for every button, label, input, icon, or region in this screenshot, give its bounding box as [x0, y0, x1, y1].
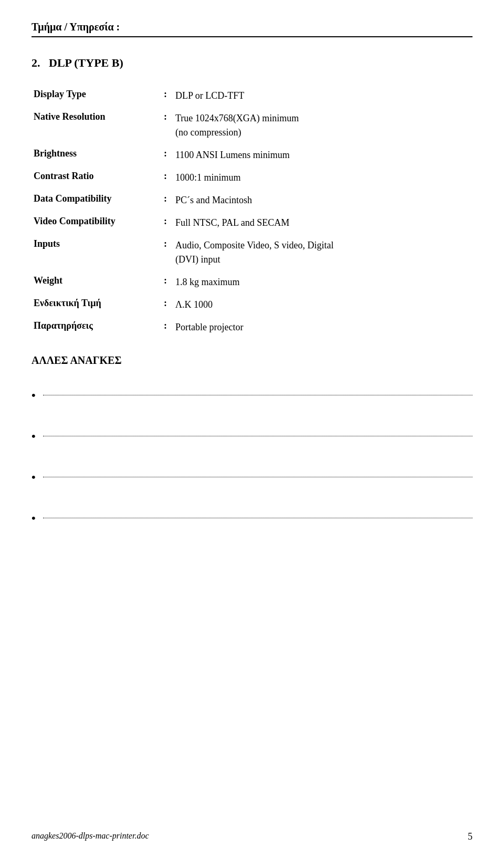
- page-container: Τμήμα / Υπηρεσία : 2. DLP (TYPE B) Displ…: [0, 0, 504, 858]
- bullet-dots-line-3: [43, 518, 472, 518]
- spec-value-1: True 1024x768(XGA) minimum(no compressio…: [173, 107, 472, 144]
- header-label: Τμήμα / Υπηρεσία :: [32, 21, 120, 33]
- bullet-line-0: •: [32, 388, 472, 402]
- spec-row-1: Native Resolution:True 1024x768(XGA) min…: [32, 107, 472, 144]
- spec-colon-2: :: [158, 144, 173, 166]
- spec-table: Display Type:DLP or LCD-TFTNative Resolu…: [32, 85, 472, 339]
- spec-label-7: Weight: [32, 271, 158, 294]
- spec-value-8: Λ.Κ 1000: [173, 294, 472, 316]
- spec-row-3: Contrast Ratio:1000:1 minimum: [32, 166, 472, 189]
- spec-value-6: Audio, Composite Video, S video, Digital…: [173, 234, 472, 271]
- bullet-lines: ••••: [32, 388, 472, 525]
- bullet-dots-line-1: [43, 436, 472, 436]
- spec-label-4: Data Compatibility: [32, 189, 158, 212]
- spec-value-0: DLP or LCD-TFT: [173, 85, 472, 107]
- spec-value-9: Portable projector: [173, 316, 472, 339]
- spec-row-5: Video Compatibility:Full NTSC, PAL and S…: [32, 212, 472, 234]
- spec-value-4: PC´s and Macintosh: [173, 189, 472, 212]
- footer-filename: anagkes2006-dlps-mac-printer.doc: [32, 831, 149, 842]
- spec-value-2: 1100 ANSI Lumens minimum: [173, 144, 472, 166]
- bullet-dot-2: •: [32, 470, 36, 484]
- spec-value-3: 1000:1 minimum: [173, 166, 472, 189]
- spec-colon-9: :: [158, 316, 173, 339]
- spec-colon-6: :: [158, 234, 173, 271]
- section-number: 2.: [32, 56, 40, 69]
- bullet-line-2: •: [32, 469, 472, 484]
- spec-row-0: Display Type:DLP or LCD-TFT: [32, 85, 472, 107]
- spec-colon-0: :: [158, 85, 173, 107]
- spec-label-3: Contrast Ratio: [32, 166, 158, 189]
- spec-label-0: Display Type: [32, 85, 158, 107]
- spec-colon-3: :: [158, 166, 173, 189]
- bullet-dot-3: •: [32, 511, 36, 525]
- section-title: 2. DLP (TYPE B): [32, 56, 472, 70]
- spec-value-5: Full NTSC, PAL and SECAM: [173, 212, 472, 234]
- spec-label-8: Ενδεικτική Τιμή: [32, 294, 158, 316]
- spec-colon-4: :: [158, 189, 173, 212]
- spec-label-1: Native Resolution: [32, 107, 158, 144]
- bullet-dots-line-0: [43, 395, 472, 395]
- footer-page: 5: [468, 831, 472, 842]
- spec-row-7: Weight:1.8 kg maximum: [32, 271, 472, 294]
- spec-row-9: Παρατηρήσεις:Portable projector: [32, 316, 472, 339]
- spec-label-9: Παρατηρήσεις: [32, 316, 158, 339]
- spec-label-6: Inputs: [32, 234, 158, 271]
- spec-colon-7: :: [158, 271, 173, 294]
- spec-colon-8: :: [158, 294, 173, 316]
- spec-label-2: Brightness: [32, 144, 158, 166]
- spec-colon-1: :: [158, 107, 173, 144]
- spec-value-7: 1.8 kg maximum: [173, 271, 472, 294]
- bullet-line-3: •: [32, 510, 472, 525]
- bullet-line-1: •: [32, 428, 472, 443]
- extra-section-title: ΑΛΛΕΣ ΑΝΑΓΚΕΣ: [32, 354, 472, 367]
- bullet-dot-1: •: [32, 430, 36, 443]
- spec-colon-5: :: [158, 212, 173, 234]
- bullet-dot-0: •: [32, 389, 36, 402]
- footer: anagkes2006-dlps-mac-printer.doc 5: [0, 831, 504, 842]
- bullet-dots-line-2: [43, 477, 472, 477]
- header-section: Τμήμα / Υπηρεσία :: [32, 21, 472, 37]
- spec-row-2: Brightness:1100 ANSI Lumens minimum: [32, 144, 472, 166]
- spec-row-6: Inputs:Audio, Composite Video, S video, …: [32, 234, 472, 271]
- spec-row-8: Ενδεικτική Τιμή:Λ.Κ 1000: [32, 294, 472, 316]
- section-heading: DLP (TYPE B): [49, 56, 123, 69]
- spec-label-5: Video Compatibility: [32, 212, 158, 234]
- spec-row-4: Data Compatibility:PC´s and Macintosh: [32, 189, 472, 212]
